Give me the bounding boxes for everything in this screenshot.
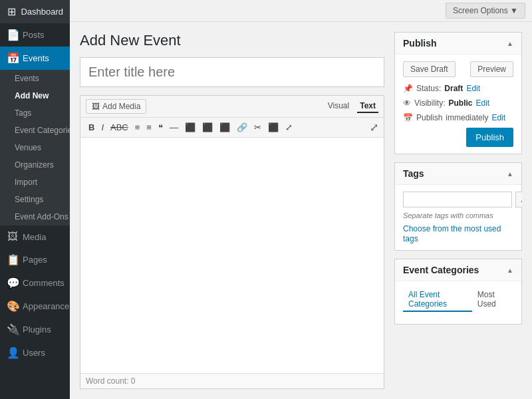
tags-box-header: Tags ▲	[395, 163, 521, 185]
sidebar-item-events[interactable]: 📅 Events	[0, 47, 70, 70]
category-tabs: All Event Categories Most Used	[403, 288, 513, 312]
editor-toolbar: B I ABC ≡ ≡ ❝ — ⬛ ⬛ ⬛ 🔗 ✂ ⬛ ⤢ ⤢	[80, 118, 384, 138]
status-edit-link[interactable]: Edit	[466, 84, 480, 93]
tags-chevron-icon[interactable]: ▲	[507, 170, 513, 178]
sidebar-item-label: Pages	[23, 255, 47, 265]
sidebar-item-dashboard[interactable]: ⊞ Dashboard	[0, 0, 70, 23]
events-submenu: Events Add New Tags Event Categories Ven…	[0, 70, 70, 225]
sidebar-item-pages[interactable]: 📋 Pages	[0, 248, 70, 271]
sidebar-item-events-tags[interactable]: Tags	[0, 104, 70, 122]
add-media-label: Add Media	[102, 102, 140, 111]
submenu-label: Settings	[15, 195, 43, 204]
publish-value: immediately	[446, 113, 488, 122]
publish-box-header: Publish ▲	[395, 33, 521, 55]
categories-box-body: All Event Categories Most Used	[395, 281, 521, 324]
status-label: Status:	[416, 84, 441, 93]
sidebar-item-label: Events	[23, 53, 49, 63]
draft-preview-row: Save Draft Preview	[403, 61, 513, 77]
italic-button[interactable]: I	[98, 121, 106, 134]
tags-box-body: Add Separate tags with commas Choose fro…	[395, 185, 521, 250]
word-count: Word count: 0	[86, 376, 135, 386]
add-tag-button[interactable]: Add	[515, 192, 522, 207]
topbar: Screen Options ▼	[70, 0, 532, 22]
submenu-label: Organizers	[15, 160, 54, 170]
bold-button[interactable]: B	[86, 121, 97, 134]
sidebar-item-events-new[interactable]: Add New	[0, 87, 70, 104]
publish-label: Publish	[416, 113, 442, 122]
preview-button[interactable]: Preview	[470, 61, 513, 77]
sidebar-item-events-categories[interactable]: Event Categories	[0, 122, 70, 139]
comments-icon: 💬	[7, 277, 19, 289]
publish-edit-link[interactable]: Edit	[491, 113, 505, 122]
strikethrough-button[interactable]: ABC	[108, 121, 131, 134]
submenu-label: Add New	[15, 91, 49, 100]
media-icon: 🖼	[7, 231, 19, 243]
publish-box-title: Publish	[403, 38, 437, 49]
users-icon: 👤	[7, 346, 19, 359]
sidebar-item-media[interactable]: 🖼 Media	[0, 225, 70, 248]
editor-box: 🖼 Add Media Visual Text B I ABC ≡ ≡ ❝ —	[80, 95, 384, 389]
cat-tab-most-used[interactable]: Most Used	[472, 288, 513, 312]
tab-visual[interactable]: Visual	[325, 100, 352, 113]
categories-box-title: Event Categories	[403, 265, 479, 275]
cat-tab-all[interactable]: All Event Categories	[403, 288, 472, 312]
sidebar-item-plugins[interactable]: 🔌 Plugins	[0, 318, 70, 341]
right-column: Publish ▲ Save Draft Preview 📌 Status: D…	[394, 32, 522, 389]
sidebar-item-events-all[interactable]: Events	[0, 70, 70, 87]
editor-body[interactable]	[80, 138, 384, 373]
screen-options-button[interactable]: Screen Options ▼	[446, 3, 525, 19]
plugins-icon: 🔌	[7, 323, 19, 336]
sidebar-item-label: Users	[23, 348, 45, 358]
sidebar-item-events-settings[interactable]: Settings	[0, 191, 70, 208]
align-left-button[interactable]: ⬛	[182, 121, 198, 134]
expand-icon[interactable]: ⤢	[370, 121, 378, 134]
sidebar-item-appearance[interactable]: 🎨 Appearance	[0, 295, 70, 318]
sidebar-item-posts[interactable]: 📄 Posts	[0, 23, 70, 47]
main-content: Screen Options ▼ Add New Event 🖼 Add Med…	[70, 0, 532, 399]
categories-chevron-icon[interactable]: ▲	[507, 267, 513, 274]
sidebar-item-users[interactable]: 👤 Users	[0, 341, 70, 364]
post-title-input[interactable]	[80, 57, 384, 87]
publish-button[interactable]: Publish	[466, 128, 513, 147]
add-media-button[interactable]: 🖼 Add Media	[86, 99, 146, 114]
ul-button[interactable]: ≡	[132, 121, 143, 134]
link-button[interactable]: 🔗	[234, 121, 250, 134]
sidebar-item-events-import[interactable]: Import	[0, 174, 70, 191]
sidebar: ⊞ Dashboard 📄 Posts 📅 Events Events Add …	[0, 0, 70, 399]
tag-input-row: Add	[403, 192, 513, 207]
tab-text[interactable]: Text	[357, 100, 378, 113]
visibility-value: Public	[448, 98, 472, 108]
submenu-label: Venues	[15, 143, 41, 152]
tag-input[interactable]	[403, 192, 512, 207]
tag-hint: Separate tags with commas	[403, 211, 513, 219]
editor-footer: Word count: 0	[80, 373, 384, 388]
pages-icon: 📋	[7, 253, 19, 266]
sidebar-item-label: Dashboard	[21, 7, 63, 17]
align-right-button[interactable]: ⬛	[217, 121, 233, 134]
align-center-button[interactable]: ⬛	[200, 121, 215, 134]
hr-button[interactable]: —	[167, 121, 181, 134]
unlink-button[interactable]: ✂	[251, 121, 264, 134]
submenu-label: Import	[15, 178, 37, 187]
publish-box: Publish ▲ Save Draft Preview 📌 Status: D…	[394, 32, 522, 154]
editor-column: Add New Event 🖼 Add Media Visual Text B …	[80, 32, 384, 389]
fullscreen-button[interactable]: ⤢	[283, 121, 295, 134]
sidebar-item-comments[interactable]: 💬 Comments	[0, 271, 70, 295]
categories-box: Event Categories ▲ All Event Categories …	[394, 259, 522, 325]
ol-button[interactable]: ≡	[144, 121, 154, 134]
categories-box-header: Event Categories ▲	[395, 259, 521, 281]
sidebar-item-events-addons[interactable]: Event Add-Ons	[0, 208, 70, 225]
save-draft-button[interactable]: Save Draft	[403, 61, 456, 77]
most-used-tags-link[interactable]: Choose from the most used tags	[403, 224, 501, 243]
dashboard-icon: ⊞	[7, 5, 17, 18]
sidebar-item-events-venues[interactable]: Venues	[0, 139, 70, 156]
status-icon: 📌	[403, 84, 413, 93]
blockquote-button[interactable]: ❝	[156, 121, 166, 134]
visibility-edit-link[interactable]: Edit	[475, 98, 489, 108]
submenu-label: Events	[15, 74, 39, 83]
sidebar-item-events-organizers[interactable]: Organizers	[0, 156, 70, 174]
publish-chevron-icon[interactable]: ▲	[507, 40, 513, 47]
submenu-label: Tags	[15, 108, 31, 118]
indent-button[interactable]: ⬛	[265, 121, 281, 134]
appearance-icon: 🎨	[7, 300, 19, 313]
